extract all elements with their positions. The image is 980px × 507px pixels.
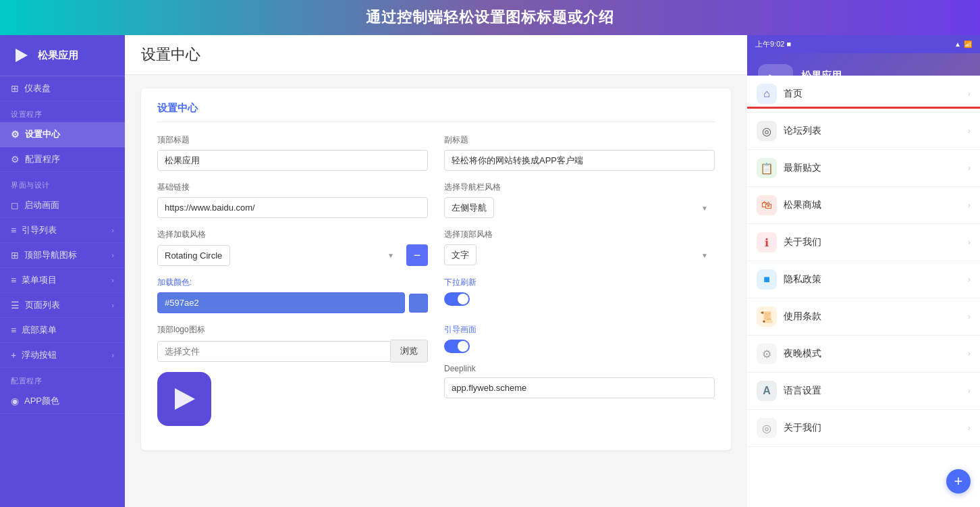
sidebar-item-float-btn[interactable]: + 浮动按钮 › <box>0 343 125 368</box>
menu-chevron-latest: › <box>968 163 971 173</box>
form-group-load-color: 加载颜色: <box>157 277 428 313</box>
menu-label-latest: 最新贴文 <box>784 162 968 174</box>
menu-item-forum[interactable]: ◎ 论坛列表 › <box>747 113 980 150</box>
section-label-config: 配置程序 <box>0 368 125 389</box>
sidebar-label-bottom-menu: 底部菜单 <box>22 324 57 336</box>
sidebar-item-configure[interactable]: ⚙ 配置程序 <box>0 147 125 172</box>
load-style-select[interactable]: Rotating Circle <box>157 245 230 266</box>
sidebar-header: 松果应用 <box>0 35 125 76</box>
terms-icon: 📜 <box>760 311 773 323</box>
nav-style-select-wrapper: 左侧导航 <box>444 197 715 218</box>
chevron-right-icon: › <box>111 226 114 234</box>
phone-panel: 上午9:02 ■ ▲ 📶 松果应用 轻松将你的网站转换成APP客户端 <box>747 35 980 507</box>
menu-label-forum: 论坛列表 <box>784 125 968 137</box>
menu-chevron-language: › <box>968 386 971 396</box>
sidebar-item-top-nav-icon[interactable]: ⊞ 顶部导航图标 › <box>0 243 125 268</box>
latest-menu-icon: 📋 <box>757 158 777 178</box>
page-list-icon: ☰ <box>11 300 20 311</box>
sidebar-label-configure: 配置程序 <box>25 153 60 165</box>
phone-frame: 上午9:02 ■ ▲ 📶 松果应用 轻松将你的网站转换成APP客户端 <box>747 35 980 507</box>
sidebar-item-settings-center[interactable]: ⚙ 设置中心 <box>0 122 125 147</box>
sidebar-item-dashboard[interactable]: ⊞ 仪表盘 <box>0 76 125 101</box>
subtitle-input[interactable] <box>444 150 715 171</box>
nav-style-label: 选择导航栏风格 <box>444 182 715 193</box>
form-group-top-style: 选择顶部风格 文字 <box>444 229 715 266</box>
sidebar-item-splash[interactable]: ◻ 启动画面 <box>0 193 125 218</box>
form-group-logo: 顶部logo图标 浏览 <box>157 324 428 426</box>
dashboard-icon: ⊞ <box>11 83 19 94</box>
sidebar-label-menu-items: 菜单项目 <box>22 274 57 286</box>
page-title: 设置中心 <box>141 45 731 65</box>
browse-button[interactable]: 浏览 <box>391 340 428 363</box>
menu-item-about[interactable]: ℹ 关于我们 › <box>747 224 980 261</box>
menu-item-latest[interactable]: 📋 最新贴文 › <box>747 150 980 187</box>
splash-icon: ◻ <box>11 200 19 211</box>
sidebar-item-menu-items[interactable]: ≡ 菜单项目 › <box>0 268 125 293</box>
mall-icon: 🛍 <box>761 199 772 211</box>
menu-item-about2[interactable]: ◎ 关于我们 › <box>747 410 980 447</box>
load-style-minus-button[interactable]: − <box>406 244 428 266</box>
float-btn-icon: + <box>11 350 16 361</box>
menu-chevron-privacy: › <box>968 275 971 284</box>
about-menu-icon: ℹ <box>757 232 777 252</box>
form-row-color-refresh: 加载颜色: 下拉刷新 <box>157 277 715 313</box>
sidebar-label-guide-list: 引导列表 <box>22 224 57 236</box>
menu-chevron-about2: › <box>968 423 971 433</box>
pull-refresh-label: 下拉刷新 <box>444 277 715 288</box>
terms-menu-icon: 📜 <box>757 306 777 327</box>
base-url-input[interactable] <box>157 197 428 218</box>
menu-item-privacy[interactable]: ■ 隐私政策 › <box>747 261 980 298</box>
privacy-menu-icon: ■ <box>757 269 777 290</box>
menu-item-mall[interactable]: 🛍 松果商城 › <box>747 187 980 224</box>
top-style-select[interactable]: 文字 <box>444 244 477 265</box>
signal-icon: 📶 <box>964 41 972 48</box>
menu-item-night[interactable]: ⚙ 夜晚模式 › <box>747 336 980 373</box>
logo-file-input[interactable] <box>157 341 391 362</box>
forum-menu-icon: ◎ <box>757 121 777 141</box>
guide-list-icon: ≡ <box>11 225 16 236</box>
menu-chevron-night: › <box>968 349 971 358</box>
top-style-label: 选择顶部风格 <box>444 229 715 240</box>
form-group-nav-style: 选择导航栏风格 左侧导航 <box>444 182 715 218</box>
wifi-icon: ▲ <box>954 41 961 48</box>
color-text-input[interactable] <box>157 292 405 313</box>
phone-status-icons: ▲ 📶 <box>954 41 972 48</box>
guide-toggle[interactable] <box>444 340 470 353</box>
configure-icon: ⚙ <box>11 154 20 165</box>
menu-item-language[interactable]: A 语言设置 › <box>747 373 980 410</box>
sidebar-item-page-list[interactable]: ☰ 页面列表 › <box>0 293 125 318</box>
browse-row: 浏览 <box>157 340 428 363</box>
top-banner: 通过控制端轻松设置图标标题或介绍 <box>0 0 980 35</box>
nav-style-select[interactable]: 左侧导航 <box>444 197 494 218</box>
load-style-select-wrapper: Rotating Circle <box>157 245 401 266</box>
sidebar-label-top-nav: 顶部导航图标 <box>24 249 77 261</box>
top-title-input[interactable] <box>157 150 428 171</box>
base-url-label: 基础链接 <box>157 182 428 193</box>
svg-marker-1 <box>175 388 195 410</box>
deeplink-input[interactable] <box>444 377 715 398</box>
pull-refresh-toggle[interactable] <box>444 292 470 306</box>
home-menu-icon: ⌂ <box>757 84 777 104</box>
home-icon: ⌂ <box>763 88 770 100</box>
menu-chevron-terms: › <box>968 312 971 321</box>
menu-chevron-mall: › <box>968 201 971 210</box>
phone-time: 上午9:02 ■ <box>755 39 791 49</box>
about2-icon: ◎ <box>762 422 771 435</box>
top-title-label: 顶部标题 <box>157 134 428 146</box>
settings-card: 设置中心 顶部标题 副标题 基础链接 选择导航栏风格 <box>141 88 731 450</box>
menu-label-language: 语言设置 <box>784 385 968 397</box>
phone-top-bar: 上午9:02 ■ ▲ 📶 <box>747 35 980 53</box>
menu-item-terms[interactable]: 📜 使用条款 › <box>747 298 980 336</box>
card-title: 设置中心 <box>157 102 715 122</box>
menu-label-about2: 关于我们 <box>784 422 968 434</box>
sidebar-item-guide-list[interactable]: ≡ 引导列表 › <box>0 218 125 243</box>
sidebar-item-app-color[interactable]: ◉ APP颜色 <box>0 389 125 414</box>
sidebar-item-bottom-menu[interactable]: ≡ 底部菜单 <box>0 318 125 343</box>
float-add-button[interactable]: + <box>946 469 971 493</box>
color-swatch[interactable] <box>409 294 428 313</box>
logo-preview-area <box>157 369 428 426</box>
chevron-right-icon5: › <box>111 351 114 359</box>
form-row-load-top: 选择加载风格 Rotating Circle − 选择顶部风格 <box>157 229 715 266</box>
sidebar-label-splash: 启动画面 <box>24 199 59 211</box>
latest-icon: 📋 <box>760 162 773 175</box>
